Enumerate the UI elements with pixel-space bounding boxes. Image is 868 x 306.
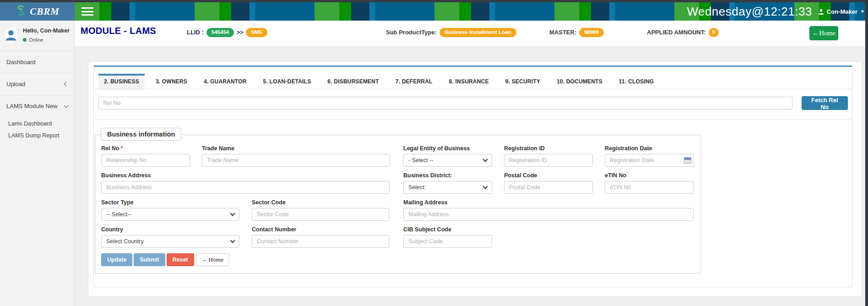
registration-id-label: Registration ID: [504, 145, 593, 152]
master-label: MASTER:: [549, 29, 576, 36]
top-navbar: CBRM Wednesday@12:21:33 Con-Maker: [0, 2, 868, 21]
tab-business[interactable]: 2. BUSINESS: [98, 74, 145, 89]
sub-product-group: Sub ProductType: Business Installment Lo…: [386, 28, 516, 37]
sector-code-label: Sector Code: [252, 199, 389, 206]
sidebar: Hello, Con-Maker Online Dashboard Upload…: [0, 21, 75, 306]
tab-owners[interactable]: 3. OWNERS: [150, 72, 193, 89]
sub-product-label: Sub ProductType:: [386, 29, 437, 36]
calendar-icon[interactable]: [684, 157, 691, 165]
sidebar-subitem-lams-dashboard[interactable]: Lams Dashboard: [8, 118, 74, 130]
tab-closing[interactable]: 11. CLOSING: [613, 72, 659, 89]
sector-type-select[interactable]: -- Select--: [101, 208, 239, 221]
mailing-address-label: Mailing Address: [403, 199, 694, 206]
postal-code-input[interactable]: [504, 181, 593, 194]
llid-label: LLID :: [187, 29, 204, 36]
page-header: MODULE - LAMS LLID : 545454 >> SME Sub P…: [75, 21, 868, 46]
master-group: MASTER: 98989: [549, 28, 604, 37]
online-status-label: Online: [29, 37, 43, 43]
form-home-button[interactable]: ←Home: [196, 253, 230, 266]
business-district-select[interactable]: Select:: [403, 181, 492, 194]
contact-number-label: Contact Number: [252, 226, 389, 233]
business-district-label: Business District:: [403, 172, 492, 179]
sidebar-item-lams-module-new[interactable]: LAMS Module New: [0, 95, 74, 117]
brand-name: CBRM: [30, 6, 60, 17]
submit-button[interactable]: Submit: [134, 253, 165, 266]
llid-group: LLID : 545454 >> SME: [187, 28, 267, 37]
sector-type-label: Sector Type: [101, 199, 239, 206]
user-icon: [818, 8, 825, 15]
sector-code-input[interactable]: [252, 208, 389, 221]
left-arrow-icon: ←: [812, 29, 819, 37]
username: Con-Maker: [827, 8, 857, 15]
registration-date-label: Registration Date: [605, 145, 694, 152]
chevron-down-icon: [64, 103, 69, 108]
sidebar-greeting: Hello, Con-Maker: [23, 27, 70, 34]
legal-entity-select[interactable]: - Select --: [403, 154, 492, 167]
registration-id-input[interactable]: [504, 154, 593, 167]
hamburger-menu-icon[interactable]: [81, 7, 93, 16]
sidebar-submenu: Lams Dashboard LAMS Dump Report: [0, 117, 74, 145]
business-address-label: Business Address: [101, 172, 390, 179]
tab-documents[interactable]: 10. DOCUMENTS: [551, 72, 608, 89]
fieldset-legend: Business information: [101, 128, 181, 141]
sidebar-item-upload[interactable]: Upload: [0, 73, 74, 95]
tab-security[interactable]: 9. SECURITY: [500, 72, 546, 89]
clock-text: Wednesday@12:21:33: [687, 5, 812, 19]
brand-logo[interactable]: CBRM: [0, 2, 75, 21]
applied-amount-label: APPLIED AMNOUNT:: [647, 29, 706, 36]
required-asterisk: *: [121, 145, 123, 152]
llid-separator: >>: [237, 29, 243, 36]
sidebar-item-dashboard[interactable]: Dashboard: [0, 51, 74, 73]
fetch-rel-no-button[interactable]: Fetch Rel No: [802, 96, 848, 110]
rel-no-input[interactable]: [101, 154, 190, 167]
chevron-down-icon: [230, 238, 235, 243]
tab-guarantor[interactable]: 4. GUARANTOR: [198, 72, 252, 89]
master-badge: 98989: [579, 28, 604, 37]
chevron-down-icon: [230, 211, 235, 216]
sidebar-subitem-lams-dump-report[interactable]: LAMS Dump Report: [8, 130, 74, 142]
tab-bar: 2. BUSINESS 3. OWNERS 4. GUARANTOR 5. LO…: [94, 67, 852, 89]
update-button[interactable]: Update: [101, 253, 132, 266]
applied-amount-group: APPLIED AMNOUNT: 0: [647, 28, 719, 37]
window-scrollbar-strip[interactable]: [865, 0, 868, 306]
llid-value-badge: 545454: [206, 28, 234, 37]
chevron-left-icon: [64, 82, 69, 87]
content-card: 2. BUSINESS 3. OWNERS 4. GUARANTOR 5. LO…: [88, 61, 862, 297]
tab-disbursement[interactable]: 6. DISBURSEMENT: [322, 72, 384, 89]
form-actions: Update Submit Reset ←Home: [101, 253, 695, 266]
tab-loan-details[interactable]: 5. LOAN-DETAILS: [258, 72, 317, 89]
country-label: Country: [101, 226, 239, 233]
cib-subject-code-input[interactable]: [403, 235, 492, 248]
navbar-color-blocks: Wednesday@12:21:33 Con-Maker: [75, 2, 868, 21]
rel-no-label: Rel No*: [101, 145, 190, 152]
reset-button[interactable]: Reset: [167, 253, 194, 266]
header-home-button[interactable]: ← Home: [809, 26, 838, 40]
registration-date-input[interactable]: [605, 154, 694, 167]
caret-down-icon: [861, 11, 864, 13]
window-top-strip: [0, 0, 868, 2]
brand-logo-icon: [15, 5, 27, 18]
business-information-fieldset: Business information Rel No* Trade Name …: [95, 135, 701, 273]
rel-no-search-input[interactable]: [98, 97, 792, 109]
trade-name-input[interactable]: [202, 154, 390, 167]
tab-insurance[interactable]: 8. INSURANCE: [444, 72, 494, 89]
mailing-address-input[interactable]: [403, 208, 694, 221]
chevron-down-icon: [483, 184, 488, 189]
user-menu[interactable]: Con-Maker: [818, 8, 864, 15]
country-select[interactable]: Select Country: [101, 235, 239, 248]
page-title: MODULE - LAMS: [81, 26, 156, 36]
legal-entity-label: Legal Entity of Business: [403, 145, 492, 152]
trade-name-label: Trade Name: [202, 145, 390, 152]
business-address-input[interactable]: [101, 181, 390, 194]
sidebar-user-panel: Hello, Con-Maker Online: [0, 21, 74, 51]
cib-subject-code-label: CIB Subject Code: [403, 226, 492, 233]
online-status-dot: [23, 38, 27, 42]
main-content: 2. BUSINESS 3. OWNERS 4. GUARANTOR 5. LO…: [75, 46, 868, 306]
tab-deferral[interactable]: 7. DEFERRAL: [390, 72, 438, 89]
avatar[interactable]: [4, 26, 18, 44]
person-icon: [4, 28, 18, 42]
chevron-down-icon: [483, 157, 488, 162]
contact-number-input[interactable]: [252, 235, 389, 248]
left-arrow-icon: ←: [202, 256, 208, 263]
etin-no-input[interactable]: [605, 181, 694, 194]
